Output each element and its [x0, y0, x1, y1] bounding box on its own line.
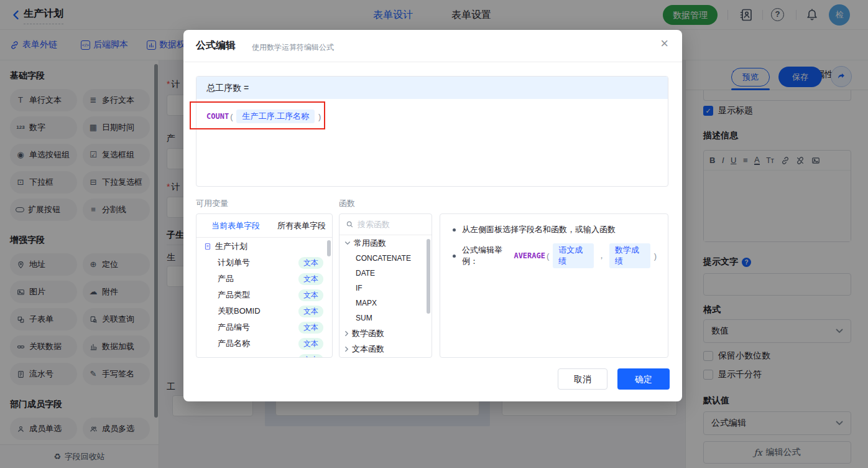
function-item[interactable]: SUM — [339, 311, 432, 325]
function-group-text[interactable]: 文本函数 — [339, 341, 432, 357]
formula-editor-box[interactable]: 总工序数 = COUNT ( 生产工序.工序名称 ) — [196, 76, 668, 187]
function-group-label: 数学函数 — [352, 328, 384, 339]
functions-scrollbar-thumb[interactable] — [427, 239, 430, 314]
modal-subtitle: 使用数学运算符编辑公式 — [252, 42, 334, 53]
type-badge: 文本 — [298, 273, 323, 285]
function-item[interactable]: MAPX — [339, 296, 432, 311]
help-line-1: 从左侧面板选择字段名和函数，或输入函数 — [450, 224, 658, 235]
variables-panel: 当前表单字段 所有表单字段 生产计划 计划单号文本 产品文本 产品类型文本 关联… — [196, 213, 333, 358]
function-item[interactable]: DATE — [339, 266, 432, 281]
functions-section-label: 函数 — [339, 198, 355, 209]
help-text: 从左侧面板选择字段名和函数，或输入函数 — [462, 224, 616, 235]
chevron-down-icon — [344, 241, 351, 245]
type-badge: 文本 — [298, 354, 323, 358]
tab-all-form-fields[interactable]: 所有表单字段 — [277, 220, 326, 232]
variables-scrollbar-thumb[interactable] — [327, 240, 331, 256]
function-item[interactable]: IF — [339, 281, 432, 296]
example-token: 语文成绩 — [553, 243, 594, 268]
root-label: 生产计划 — [215, 241, 247, 252]
example-function-name: AVERAGE — [514, 251, 545, 260]
help-line-2: 公式编辑举例： AVERAGE ( 语文成绩 ， 数学成绩 ) — [450, 243, 658, 268]
example-comma: ， — [598, 250, 606, 261]
cancel-button[interactable]: 取消 — [558, 368, 607, 390]
search-icon — [346, 220, 354, 228]
function-search-input[interactable] — [358, 220, 420, 229]
type-badge: 文本 — [298, 257, 323, 269]
variable-name: 产品 — [218, 273, 234, 284]
functions-panel: 常用函数 CONCATENATE DATE IF MAPX SUM 数学函数 文… — [339, 213, 432, 358]
variable-name: 产品类型 — [218, 289, 250, 301]
chevron-right-icon — [344, 346, 349, 352]
bullet-icon — [453, 228, 456, 232]
confirm-button[interactable]: 确定 — [617, 368, 670, 390]
function-search[interactable] — [339, 214, 432, 235]
formula-target-strip: 总工序数 = — [196, 77, 668, 99]
tab-current-form-fields[interactable]: 当前表单字段 — [211, 220, 260, 232]
variables-section-label: 可用变量 — [196, 198, 228, 209]
example-lparen: ( — [547, 251, 549, 261]
variable-row[interactable]: 产品名称文本 — [196, 335, 332, 352]
type-badge: 文本 — [298, 306, 323, 317]
variable-row[interactable]: 产品文本 — [196, 271, 332, 287]
formula-expression[interactable]: COUNT ( 生产工序.工序名称 ) — [196, 99, 668, 134]
function-group-label: 文本函数 — [352, 344, 384, 355]
function-group-label: 常用函数 — [354, 238, 386, 249]
variable-name: 产品编号 — [218, 322, 250, 333]
form-doc-icon — [204, 242, 211, 251]
example-rparen: ) — [654, 251, 657, 261]
type-badge: 文本 — [298, 322, 323, 334]
close-icon[interactable]: × — [660, 37, 668, 50]
formula-edit-modal: 公式编辑 使用数学运算符编辑公式 × 总工序数 = COUNT ( 生产工序.工… — [183, 30, 682, 401]
variable-name: 关联BOMID — [218, 306, 261, 317]
variable-row[interactable]: 产品编号文本 — [196, 319, 332, 335]
function-group-math[interactable]: 数学函数 — [339, 325, 432, 341]
app-screen: 生产计划 表单设计 表单设置 数据管理 ? 检 表单外链 </> 后端脚本 数据… — [0, 0, 868, 468]
variables-tabs: 当前表单字段 所有表单字段 — [196, 214, 332, 238]
variable-name: 计划单号 — [218, 257, 250, 268]
type-badge: 文本 — [298, 289, 323, 301]
modal-header: 公式编辑 使用数学运算符编辑公式 × — [183, 30, 682, 62]
modal-title: 公式编辑 — [196, 39, 236, 52]
bullet-icon — [453, 255, 456, 258]
variable-row[interactable]: 计划单号文本 — [196, 255, 332, 271]
function-group-common[interactable]: 常用函数 — [339, 235, 432, 251]
chevron-right-icon — [344, 330, 349, 337]
formula-rparen: ) — [318, 112, 321, 121]
variables-tree-root[interactable]: 生产计划 — [196, 238, 332, 255]
variable-name: 产品名称 — [218, 338, 250, 349]
type-badge: 文本 — [298, 338, 323, 350]
variable-row[interactable]: 产品类型文本 — [196, 287, 332, 303]
formula-lparen: ( — [230, 112, 233, 121]
help-example-prefix: 公式编辑举例： — [462, 245, 514, 267]
field-token[interactable]: 生产工序.工序名称 — [236, 110, 315, 123]
variable-row[interactable]: 关联BOMID文本 — [196, 303, 332, 319]
formula-help-panel: 从左侧面板选择字段名和函数，或输入函数 公式编辑举例： AVERAGE ( 语文… — [440, 213, 668, 358]
function-item[interactable]: CONCATENATE — [339, 251, 432, 266]
example-token: 数学成绩 — [609, 243, 650, 268]
variable-row-partial[interactable]: 文本 — [196, 352, 332, 358]
formula-target: 总工序数 = — [206, 83, 249, 93]
formula-function-name: COUNT — [206, 112, 229, 121]
